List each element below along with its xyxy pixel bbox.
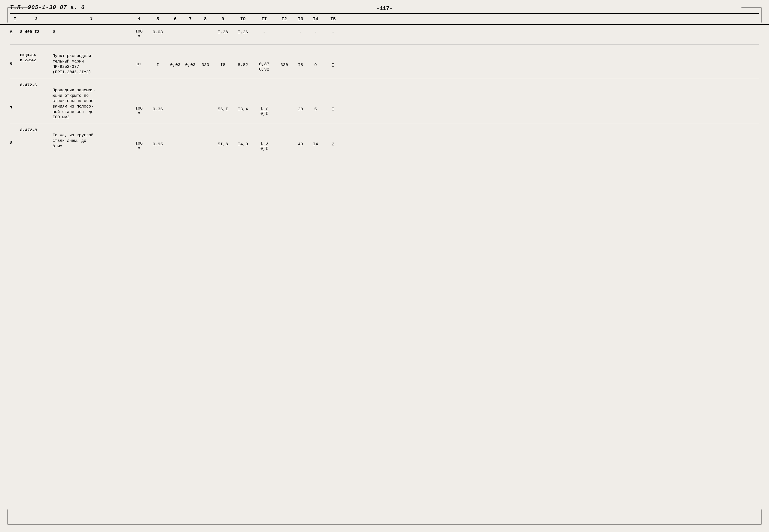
row-c14: 9	[308, 48, 323, 68]
col-header-11: II	[253, 17, 276, 22]
col-header-10: IO	[233, 17, 253, 22]
col-header-5: 5	[148, 17, 168, 22]
col-header-3: 3	[53, 16, 130, 22]
row-c15: -	[323, 29, 343, 35]
row-c9: I8	[213, 48, 233, 68]
row-c5: 0,95	[148, 128, 168, 147]
row-c9: 5I,8	[213, 128, 233, 147]
row-unit: IOO м	[130, 83, 148, 115]
row-c9: I,38	[213, 29, 233, 35]
row-c10: I,26	[233, 29, 253, 35]
row-c5: 0,36	[148, 83, 168, 112]
row-c10: I3,4	[233, 83, 253, 112]
row-c11: I,6 0,I	[253, 128, 276, 151]
table-row: 6 СКЦЭ-84 п.2-242 Пункт распредели- тель…	[10, 45, 759, 79]
row-num: 6	[10, 48, 20, 67]
row-c15: 2	[323, 128, 343, 147]
row-c11: I,7 0,I	[253, 83, 276, 116]
document-title: Т.П. 905-1-30 87 а. 6	[10, 5, 85, 11]
row-c13: I8	[293, 48, 308, 68]
row-unit: шт	[130, 48, 148, 67]
row-c9: 56,I	[213, 83, 233, 112]
col-header-2: 2	[20, 17, 53, 21]
row-c14: -	[308, 29, 323, 35]
row-unit: IOO м	[130, 29, 148, 38]
row-c13: 20	[293, 83, 308, 112]
row-c15: I	[323, 83, 343, 112]
row-desc: Проводник заземля- ющий открыто по строи…	[53, 83, 130, 120]
row-desc: 6	[53, 29, 130, 35]
col-header-15: I5	[323, 17, 343, 22]
row-c13: -	[293, 29, 308, 35]
col-header-14: I4	[308, 17, 323, 22]
row-c6: 0,03	[168, 48, 183, 68]
table-row: 5 8-409-I2 6 IOO м 0,03 I,38 I,26 - - - …	[10, 25, 759, 45]
row-c10: I4,9	[233, 128, 253, 147]
col-header-9: 9	[213, 17, 233, 22]
col-header-12: I2	[276, 17, 293, 22]
row-unit: IOO м	[130, 128, 148, 150]
row-num: 8	[10, 128, 20, 146]
col-header-1: I	[10, 17, 20, 22]
row-c13: 49	[293, 128, 308, 147]
col-header-6: 6	[168, 17, 183, 22]
row-c15: I	[323, 48, 343, 68]
column-headers: I 2 3 4 5 6 7 8 9 IO II I2 I3 I4 I5	[0, 14, 769, 25]
row-c14: 5	[308, 83, 323, 112]
row-c8: 330	[198, 48, 213, 68]
row-c14: I4	[308, 128, 323, 147]
col-header-8: 8	[198, 17, 213, 22]
page-header: Т.П. 905-1-30 87 а. 6 -117-	[0, 0, 769, 13]
col-header-4: 4	[130, 17, 148, 21]
row-num: 7	[10, 83, 20, 111]
row-desc: То же, из круглой стали диам. до 8 мм	[53, 128, 130, 149]
row-c7: 0,03	[183, 48, 198, 68]
page-number: -117-	[376, 6, 393, 12]
row-c5: I	[148, 48, 168, 68]
row-code: 8-472-8	[20, 128, 53, 133]
row-code: 8-409-I2	[20, 29, 53, 35]
table-body: 5 8-409-I2 6 IOO м 0,03 I,38 I,26 - - - …	[0, 25, 769, 155]
row-num: 5	[10, 29, 20, 35]
row-c5: 0,03	[148, 29, 168, 35]
col-header-7: 7	[183, 17, 198, 22]
row-c11: -	[253, 29, 276, 35]
table-row: 7 8-472-6 Проводник заземля- ющий открыт…	[10, 79, 759, 124]
row-desc: Пункт распредели- тельный марки ПР-9252-…	[53, 48, 130, 75]
table-row: 8 8-472-8 То же, из круглой стали диам. …	[10, 124, 759, 155]
row-c11: 0,87 0,32	[253, 48, 276, 72]
row-code: СКЦЭ-84 п.2-242	[20, 48, 53, 63]
row-c12: 330	[276, 48, 293, 68]
col-header-13: I3	[293, 17, 308, 22]
row-code: 8-472-6	[20, 83, 53, 88]
row-c10: 8,82	[233, 48, 253, 68]
